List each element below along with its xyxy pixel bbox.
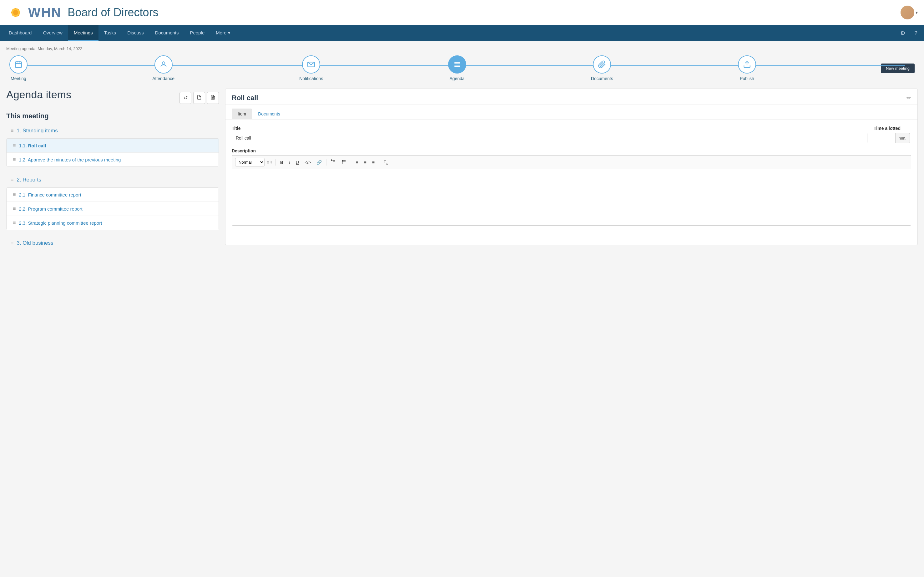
description-label: Description [232,148,911,153]
tab-item[interactable]: Item [232,109,252,119]
step-publish[interactable]: Publish [738,55,756,81]
main-layout: Agenda items ↺ [6,89,918,256]
toolbar-separator [275,159,276,166]
nav-item-discuss[interactable]: Discuss [122,25,149,41]
group-label-standing: 1. Standing items [16,128,58,134]
history-icon: ↺ [183,95,188,101]
step-notifications-label: Notifications [299,76,323,81]
nav-item-people[interactable]: People [185,25,211,41]
edit-icon[interactable]: ✏ [906,95,911,102]
agenda-title: Agenda items [6,89,71,101]
step-attendance[interactable]: Attendance [152,55,175,81]
description-editor[interactable] [232,169,911,226]
form-row-title: Title Time allotted min. [232,126,911,143]
title-field: Title [232,126,868,143]
svg-point-8 [13,10,18,15]
right-panel-header: Roll call ✏ [225,89,918,105]
time-input-group: min. [874,133,911,143]
item-form: Title Time allotted min. Description [225,119,918,232]
agenda-item-strategic[interactable]: ≡ 2.3. Strategic planning committee repo… [6,216,219,230]
agenda-item-finance[interactable]: ≡ 2.1. Finance committee report [6,188,219,202]
drag-handle-icon: ≡ [11,240,13,246]
group-items-reports: ≡ 2.1. Finance committee report ≡ 2.2. P… [6,187,219,230]
code-button[interactable]: </> [302,159,313,166]
preview-button[interactable] [207,92,219,104]
agenda-item-label: 2.1. Finance committee report [19,192,81,197]
step-attendance-circle [154,55,173,74]
clear-format-button[interactable]: Tx [381,158,390,166]
time-field: Time allotted min. [874,126,911,143]
step-documents[interactable]: Documents [591,55,613,81]
roll-call-title: Roll call [232,94,258,102]
agenda-group-reports: ≡ 2. Reports ≡ 2.1. Finance committee re… [6,173,219,230]
agenda-item-minutes[interactable]: ≡ 1.2. Approve the minutes of the previo… [6,153,219,166]
align-left-button[interactable]: ≡ [354,159,360,166]
agenda-item-rollcall[interactable]: ≡ 1.1. Roll call [6,139,219,153]
link-button[interactable]: 🔗 [314,159,324,166]
logo-area: WHN Board of Directors [6,3,158,22]
user-avatar-area[interactable]: ▾ [901,6,918,19]
drag-handle-icon: ≡ [11,177,13,183]
title-input[interactable] [232,133,868,143]
text-style-select[interactable]: Normal Heading 1 Heading 2 [235,158,265,166]
step-attendance-label: Attendance [152,76,175,81]
step-agenda[interactable]: Agenda [448,55,466,81]
step-agenda-label: Agenda [450,76,464,81]
nav-item-documents[interactable]: Documents [149,25,185,41]
help-icon[interactable]: ? [911,28,921,38]
step-documents-label: Documents [591,76,613,81]
italic-button[interactable]: I [287,159,292,166]
nav-item-more[interactable]: More ▾ [210,25,236,41]
avatar-image [901,6,914,19]
logo-text: WHN [28,5,61,20]
tab-documents[interactable]: Documents [252,109,286,119]
bold-button[interactable]: B [278,159,286,166]
agenda-item-program[interactable]: ≡ 2.2. Program committee report [6,202,219,216]
main-content: Meeting agenda: Monday, March 14, 2022 M… [0,41,924,577]
drag-handle-icon: ≡ [13,220,16,226]
step-meeting-label: Meeting [11,76,26,81]
nav-item-tasks[interactable]: Tasks [98,25,122,41]
svg-point-13 [162,62,165,64]
time-input[interactable] [874,133,895,143]
agenda-header-row: Agenda items ↺ [6,89,219,107]
unordered-list-button[interactable] [339,158,349,166]
align-right-button[interactable]: ≡ [362,159,369,166]
section-header: This meeting [6,112,219,120]
step-documents-circle [593,55,611,74]
svg-point-31 [342,163,343,163]
step-notifications[interactable]: Notifications [299,55,323,81]
export-button[interactable] [193,92,205,104]
svg-rect-9 [15,62,22,67]
svg-text:1.: 1. [331,160,333,161]
ordered-list-button[interactable]: 1. [329,158,338,166]
settings-icon[interactable]: ⚙ [898,28,908,38]
history-button[interactable]: ↺ [180,92,191,104]
org-title: Board of Directors [67,6,158,19]
nav-icons: ⚙ ? [898,28,921,38]
avatar[interactable] [901,6,914,19]
group-header-standing[interactable]: ≡ 1. Standing items [6,124,219,138]
logo-icon [6,3,25,22]
align-justify-button[interactable]: ≡ [370,159,377,166]
nav-item-meetings[interactable]: Meetings [68,25,98,41]
drag-handle-icon: ≡ [13,206,16,211]
toolbar-separator [351,159,351,166]
group-header-reports[interactable]: ≡ 2. Reports [6,173,219,187]
editor-toolbar: Normal Heading 1 Heading 2 ⬆⬇ B I U </> … [232,155,911,169]
right-panel: Roll call ✏ Item Documents Title Time al… [225,89,918,245]
step-meeting[interactable]: Meeting [10,55,27,81]
step-notifications-circle [302,55,320,74]
underline-button[interactable]: U [294,159,301,166]
step-agenda-circle [448,55,466,74]
nav-item-dashboard[interactable]: Dashboard [3,25,37,41]
group-header-old-business[interactable]: ≡ 3. Old business [6,236,219,250]
agenda-item-label: 1.2. Approve the minutes of the previous… [19,157,121,163]
drag-handle-icon: ≡ [13,157,16,163]
nav-item-overview[interactable]: Overview [37,25,68,41]
toolbar-separator [326,159,326,166]
step-publish-label: Publish [740,76,754,81]
agenda-item-label: 2.2. Program committee report [19,206,82,211]
workflow-stepper: Meeting Attendance Notifications [6,55,918,81]
new-meeting-button[interactable]: New meeting [881,63,914,73]
